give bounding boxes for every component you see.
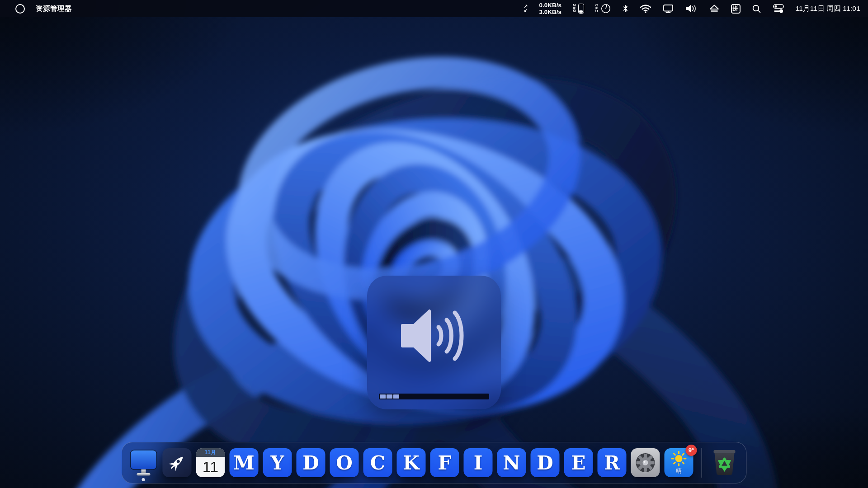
dock-letter: M: [233, 452, 255, 474]
volume-segment: [448, 394, 454, 399]
dock-letter: D: [537, 452, 553, 474]
volume-segment: [476, 394, 481, 399]
bluetooth-icon[interactable]: [623, 5, 628, 13]
volume-segment: [462, 394, 468, 399]
dock-separator: [702, 448, 702, 478]
dock-letter-tile[interactable]: E: [564, 448, 593, 477]
dock-item-trash[interactable]: [710, 448, 739, 477]
wifi-icon[interactable]: [640, 4, 651, 13]
dock-letter: E: [571, 452, 585, 474]
display-icon[interactable]: [663, 4, 674, 13]
speaker-waves-icon: [394, 304, 474, 368]
network-arrows-icon[interactable]: ↗ ↙: [524, 5, 528, 13]
net-upload-speed: 0.0KB/s: [539, 2, 562, 9]
dock-letter-tile[interactable]: N: [497, 448, 526, 477]
calendar-day: 11: [196, 457, 225, 477]
dock: 11月 11 M Y D O C K F I N D E R: [122, 442, 747, 483]
volume-segment: [421, 394, 427, 399]
volume-segment: [414, 394, 420, 399]
net-download-speed: 3.0KB/s: [539, 9, 562, 15]
dock-letter-tile[interactable]: D: [297, 448, 326, 477]
volume-segment: [400, 394, 406, 399]
dock-item-display-app[interactable]: [129, 448, 158, 477]
desktop: 资源管理器 ↗ ↙ 0.0KB/s 3.0KB/s MEM CPU: [0, 0, 868, 488]
control-center-icon[interactable]: [773, 4, 784, 14]
dock-letter-tile[interactable]: F: [430, 448, 459, 477]
input-method-icon[interactable]: 拼: [731, 4, 741, 14]
eject-icon[interactable]: [709, 5, 720, 13]
dock-letter-tile[interactable]: I: [464, 448, 493, 477]
monitor-icon: [129, 448, 158, 477]
dock-letter: Y: [271, 452, 284, 474]
network-speed-readout[interactable]: 0.0KB/s 3.0KB/s: [539, 2, 562, 15]
dock-letter-tile[interactable]: Y: [263, 448, 292, 477]
recycle-bin-icon: [711, 449, 739, 477]
volume-segment: [441, 394, 447, 399]
active-app-title[interactable]: 资源管理器: [36, 4, 72, 14]
volume-segment: [428, 394, 434, 399]
volume-level-bar: [379, 394, 489, 399]
dock-letter: R: [604, 452, 620, 474]
weather-badge: 9°: [686, 445, 697, 456]
volume-segment: [393, 394, 399, 399]
volume-segment: [407, 394, 413, 399]
volume-segment: [387, 394, 392, 399]
search-icon[interactable]: [752, 4, 761, 14]
menu-bar-clock[interactable]: 11月11日 周四 11:01: [796, 4, 860, 14]
dock-letter-tile[interactable]: O: [330, 448, 359, 477]
dock-item-settings[interactable]: [631, 448, 660, 477]
rocket-icon: [167, 452, 188, 473]
dock-letter-tile[interactable]: R: [598, 448, 627, 477]
calendar-month: 11月: [196, 448, 225, 457]
volume-segment: [434, 394, 440, 399]
dock-letter: N: [503, 452, 520, 474]
cpu-meter[interactable]: CPU: [595, 3, 611, 14]
dock-letter: O: [336, 452, 353, 474]
cpu-gauge-icon: [600, 3, 611, 14]
volume-segment: [482, 394, 488, 399]
menu-bar: 资源管理器 ↗ ↙ 0.0KB/s 3.0KB/s MEM CPU: [0, 0, 868, 17]
dock-letter-tile[interactable]: C: [363, 448, 392, 477]
dock-letter: D: [302, 452, 319, 474]
volume-segment: [469, 394, 475, 399]
arrow-down-left-icon: ↙: [524, 9, 528, 13]
weather-condition: 晴: [676, 467, 682, 475]
dock-item-calendar[interactable]: 11月 11: [196, 448, 225, 477]
system-logo-icon[interactable]: [15, 4, 25, 14]
gear-icon: [634, 451, 657, 474]
dock-item-launchpad[interactable]: [163, 448, 192, 477]
mem-label: MEM: [573, 4, 576, 13]
dock-letter: K: [403, 452, 420, 474]
dock-letter: F: [438, 452, 452, 474]
dock-letter: I: [474, 452, 483, 474]
dock-letter: C: [370, 452, 385, 474]
dock-item-weather[interactable]: 晴 9°: [665, 448, 693, 477]
memory-level-icon: [578, 4, 584, 14]
sun-icon: [670, 450, 688, 467]
dock-letter-tile[interactable]: M: [230, 448, 259, 477]
volume-segment: [380, 394, 386, 399]
volume-icon[interactable]: [685, 4, 698, 13]
volume-segment: [455, 394, 461, 399]
running-app-indicator: [142, 478, 145, 481]
dock-letter-tile[interactable]: K: [397, 448, 426, 477]
dock-letter-tile[interactable]: D: [531, 448, 560, 477]
wallpaper-bloom: [0, 0, 868, 488]
memory-meter[interactable]: MEM: [573, 4, 584, 14]
cpu-label: CPU: [595, 4, 598, 13]
volume-hud-overlay: [367, 276, 501, 409]
